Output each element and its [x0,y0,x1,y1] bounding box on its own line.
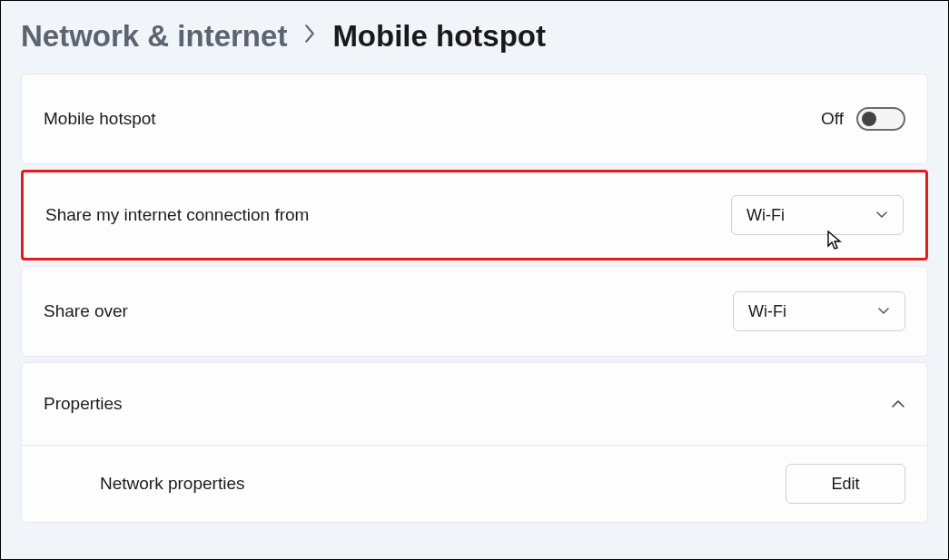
mobile-hotspot-toggle[interactable] [856,107,905,131]
properties-expander: Properties Network properties Edit [21,362,928,523]
row-label: Share over [44,301,128,321]
share-over-select[interactable]: Wi-Fi [733,291,905,331]
edit-button[interactable]: Edit [786,464,905,504]
toggle-state-text: Off [821,109,844,129]
share-from-select[interactable]: Wi-Fi [731,195,904,235]
edit-button-label: Edit [831,475,859,494]
chevron-up-icon [891,397,905,412]
chevron-down-icon [875,208,888,222]
select-value: Wi-Fi [748,302,786,321]
breadcrumb-current: Mobile hotspot [332,19,546,54]
row-label: Mobile hotspot [44,109,156,129]
row-label: Properties [44,394,123,414]
row-label: Share my internet connection from [45,205,309,225]
chevron-down-icon [877,304,890,319]
properties-header[interactable]: Properties [22,363,927,445]
chevron-right-icon [303,25,316,48]
network-properties-label: Network properties [100,474,244,494]
toggle-knob [862,112,876,126]
row-share-from: Share my internet connection from Wi-Fi [21,170,928,260]
toggle-group: Off [821,107,905,131]
properties-body: Network properties Edit [22,445,927,522]
breadcrumb-parent[interactable]: Network & internet [21,19,287,54]
row-mobile-hotspot: Mobile hotspot Off [21,74,928,164]
row-share-over: Share over Wi-Fi [21,266,928,357]
select-value: Wi-Fi [746,206,785,225]
breadcrumb: Network & internet Mobile hotspot [21,19,928,54]
